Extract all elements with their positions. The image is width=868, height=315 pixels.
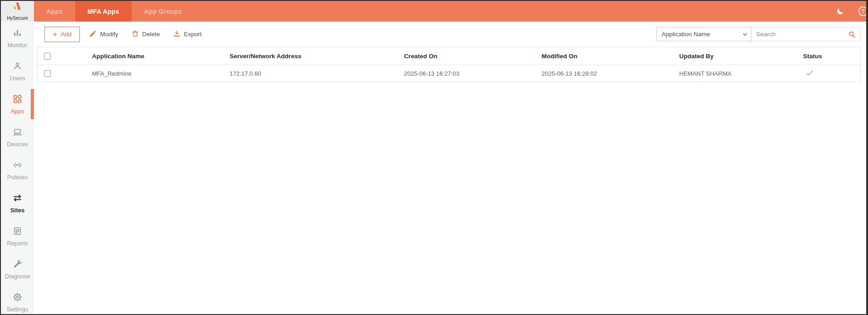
export-button[interactable]: Export [173, 30, 202, 39]
select-all-checkbox[interactable] [44, 53, 51, 60]
sidebar-item-label: Policies [7, 174, 28, 180]
column-header-modified-on: Modified On [523, 47, 661, 65]
search-field-select[interactable]: Application Name [657, 28, 751, 41]
mfa-apps-table: Application Name Server/Network Address … [37, 47, 861, 82]
app-window: HySecure Monitor [0, 0, 868, 315]
laptop-icon [12, 127, 22, 139]
sidebar-nav: Monitor Users [1, 22, 34, 315]
search-input[interactable] [751, 31, 848, 38]
sidebar-item-sites[interactable]: Sites [1, 187, 34, 220]
modify-button[interactable]: Modify [89, 30, 118, 39]
search-box [751, 27, 861, 41]
sidebar-item-label: Apps [11, 108, 24, 114]
cell-server-address: 172.17.0.60 [211, 65, 386, 82]
search-field-select-wrap: Application Name [657, 27, 751, 41]
tab-apps[interactable]: Apps [34, 1, 75, 22]
add-button[interactable]: + Add [45, 27, 80, 42]
cell-created-on: 2025-06-13 16:27:03 [386, 65, 523, 82]
sidebar-item-devices[interactable]: Devices [1, 121, 34, 154]
apps-grid-icon [12, 94, 22, 106]
bar-chart-icon [12, 28, 22, 40]
sidebar-item-label: Monitor [7, 42, 27, 48]
sidebar-item-label: Sites [10, 207, 24, 213]
cell-application-name: MFA_Redmine [74, 65, 211, 82]
export-button-label: Export [184, 31, 202, 38]
tab-app-groups[interactable]: App Groups [132, 1, 195, 22]
column-header-server-address: Server/Network Address [211, 47, 386, 65]
sidebar-item-label: Users [10, 75, 25, 81]
column-header-created-on: Created On [386, 47, 523, 65]
sidebar-item-users[interactable]: Users [1, 55, 34, 88]
table-header-row: Application Name Server/Network Address … [37, 47, 861, 65]
swap-arrows-icon [12, 193, 22, 205]
sidebar-item-label: Settings [7, 306, 28, 312]
sidebar-item-monitor[interactable]: Monitor [1, 22, 34, 55]
pencil-icon [89, 30, 97, 39]
help-icon[interactable]: ? [858, 6, 868, 16]
sidebar-item-reports[interactable]: Reports [1, 220, 34, 253]
gear-icon [12, 292, 22, 304]
hysecure-logo[interactable]: HySecure [1, 1, 34, 22]
tab-mfa-apps[interactable]: MFA Apps [75, 1, 132, 22]
user-icon [12, 61, 22, 73]
toolbar: + Add Modify Delete [34, 22, 866, 47]
hysecure-logo-icon [11, 2, 24, 15]
sidebar: HySecure Monitor [1, 1, 34, 314]
sidebar-item-apps[interactable]: Apps [1, 88, 34, 121]
sidebar-item-label: Reports [7, 240, 28, 246]
sidebar-item-label: Devices [7, 141, 28, 147]
sidebar-item-policies[interactable]: Policies [1, 154, 34, 187]
status-check-icon [805, 72, 814, 79]
delete-button[interactable]: Delete [131, 30, 160, 39]
cell-updated-by: HEMANT SHARMA [661, 65, 785, 82]
sidebar-item-diagnose[interactable]: Diagnose [1, 253, 34, 286]
topbar-actions: ? [836, 1, 866, 22]
sidebar-item-settings[interactable]: Settings [1, 286, 34, 315]
search-icon[interactable] [848, 30, 860, 39]
cell-modified-on: 2025-06-13 16:28:02 [523, 65, 661, 82]
column-header-updated-by: Updated By [661, 47, 785, 65]
delete-button-label: Delete [142, 31, 160, 38]
trash-icon [131, 30, 139, 39]
wrench-icon [12, 259, 22, 271]
code-brackets-icon [12, 160, 22, 172]
logo-text: HySecure [7, 15, 28, 21]
row-checkbox[interactable] [44, 70, 51, 77]
add-button-label: Add [61, 31, 72, 38]
download-icon [173, 30, 181, 39]
dark-mode-moon-icon[interactable] [836, 7, 845, 16]
column-header-application-name: Application Name [74, 47, 211, 65]
topbar: Apps MFA Apps App Groups ? [34, 1, 866, 22]
filter-area: Application Name [657, 27, 861, 41]
column-header-status: Status [785, 47, 861, 65]
modify-button-label: Modify [100, 31, 118, 38]
table-row[interactable]: MFA_Redmine 172.17.0.60 2025-06-13 16:27… [37, 65, 861, 82]
sidebar-item-label: Diagnose [5, 273, 30, 279]
report-doc-icon [12, 226, 22, 238]
plus-icon: + [53, 30, 57, 38]
